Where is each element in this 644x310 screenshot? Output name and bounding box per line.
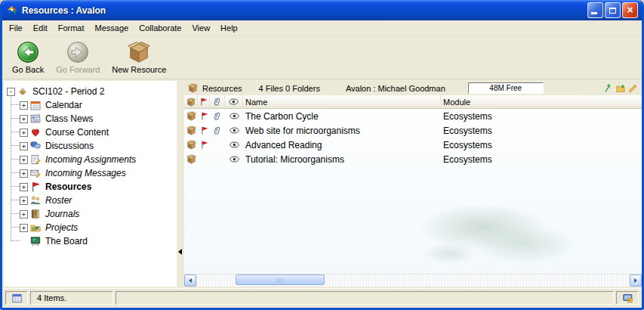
resources-icon <box>188 83 198 93</box>
table-row[interactable]: Web site for microorganismsEcosystems <box>184 123 642 138</box>
go-back-label: Go Back <box>12 65 44 74</box>
tree-expand-toggle[interactable]: + <box>20 224 28 232</box>
visibility-column-header[interactable] <box>225 95 243 108</box>
type-column-header[interactable] <box>184 95 198 108</box>
tree-collapse-toggle[interactable]: - <box>7 88 15 96</box>
tree-expand-toggle[interactable]: + <box>20 210 28 219</box>
menu-item-message[interactable]: Message <box>90 22 134 34</box>
row-flag-cell <box>198 123 210 138</box>
projects-icon <box>30 222 41 233</box>
tree-expand-toggle[interactable]: + <box>20 101 28 110</box>
tree-item-label: Incoming Messages <box>44 168 128 178</box>
tree-item-label: Resources <box>44 181 93 192</box>
row-name: Web site for microorganisms <box>243 123 441 138</box>
flag-icon <box>200 126 208 135</box>
scroll-left-button[interactable] <box>184 274 196 287</box>
app-window: Resources : Avalon × FileEditFormatMessa… <box>0 0 644 310</box>
tree-item-class-news[interactable]: +Class News <box>4 112 177 126</box>
tree-expand-toggle[interactable]: + <box>20 183 28 191</box>
menu-item-file[interactable]: File <box>4 22 28 34</box>
horizontal-scrollbar[interactable] <box>184 274 642 287</box>
title-bar[interactable]: Resources : Avalon × <box>2 0 642 20</box>
menu-bar: FileEditFormatMessageCollaborateViewHelp <box>2 20 642 36</box>
tree-item-label: Roster <box>44 195 73 206</box>
roster-icon <box>30 195 41 206</box>
panel-title: Resources <box>202 84 242 93</box>
attachment-column-header[interactable] <box>210 95 225 108</box>
eye-icon <box>230 113 239 119</box>
tree-root-item[interactable]: -SCI102 - Period 2 <box>4 85 177 98</box>
tree-expand-toggle[interactable]: + <box>20 156 28 164</box>
collapse-arrow-icon[interactable] <box>178 249 182 255</box>
row-visibility-cell <box>225 152 243 166</box>
file-folder-counts: 4 Files 0 Folders <box>259 84 320 93</box>
free-space-text: 48M Free <box>489 84 522 92</box>
close-button[interactable]: × <box>622 2 638 18</box>
new-folder-icon[interactable] <box>616 84 625 93</box>
row-name: Tutorial: Microorganisms <box>243 152 441 166</box>
minimize-button[interactable] <box>587 2 603 18</box>
tree-expand-toggle[interactable]: + <box>20 169 28 178</box>
messages-icon <box>30 168 41 178</box>
tree-root-label: SCI102 - Period 2 <box>31 86 106 97</box>
paperclip-icon <box>213 126 222 135</box>
course-tree: -SCI102 - Period 2+Calendar+Class News+C… <box>4 81 177 287</box>
journals-icon <box>30 209 41 219</box>
edit-pencil-icon[interactable] <box>628 84 637 93</box>
flag-column-icon <box>199 98 208 106</box>
header-action-icons <box>604 84 637 93</box>
tree-expand-toggle[interactable]: + <box>20 115 28 123</box>
tree-item-projects[interactable]: +Projects <box>4 221 177 234</box>
course-content-icon <box>30 127 41 138</box>
tree-expand-toggle[interactable]: + <box>20 197 28 205</box>
table-row[interactable]: Tutorial: MicroorganismsEcosystems <box>184 152 642 166</box>
row-name: Advanced Reading <box>243 138 441 152</box>
column-header-row: Name Module <box>184 95 642 109</box>
tree-item-label: Incoming Assignments <box>44 154 137 165</box>
board-icon <box>30 236 41 246</box>
tree-item-discussions[interactable]: +Discussions <box>4 139 177 153</box>
tree-item-the-board[interactable]: The Board <box>4 234 177 248</box>
tree-expand-toggle[interactable]: + <box>20 142 28 150</box>
package-icon <box>186 140 196 150</box>
view-mode-icon[interactable] <box>12 293 22 303</box>
tree-connector <box>11 227 20 228</box>
tree-item-incoming-assignments[interactable]: +Incoming Assignments <box>4 153 177 166</box>
go-forward-label: Go Forward <box>56 65 100 74</box>
menu-item-collaborate[interactable]: Collaborate <box>134 22 186 34</box>
tree-expand-toggle[interactable]: + <box>20 129 28 137</box>
module-column-header[interactable]: Module <box>441 95 642 108</box>
close-icon: × <box>627 5 633 15</box>
back-icon <box>17 41 39 64</box>
tree-item-calendar[interactable]: +Calendar <box>4 98 177 112</box>
tree-item-incoming-messages[interactable]: +Incoming Messages <box>4 166 177 180</box>
forward-icon <box>66 41 89 64</box>
main-area: -SCI102 - Period 2+Calendar+Class News+C… <box>2 79 642 288</box>
status-bar: 4 Items. <box>2 288 642 308</box>
tree-item-journals[interactable]: +Journals <box>4 207 177 221</box>
flag-column-header[interactable] <box>198 95 210 108</box>
maximize-button[interactable] <box>605 2 621 18</box>
package-icon <box>186 111 196 121</box>
table-row[interactable]: Advanced ReadingEcosystems <box>184 138 642 152</box>
network-status-icon[interactable] <box>623 293 633 303</box>
tree-item-roster[interactable]: +Roster <box>4 194 177 207</box>
resources-panel: Resources 4 Files 0 Folders Avalon : Mic… <box>184 81 642 287</box>
new-resource-button[interactable]: New Resource <box>106 39 171 76</box>
scroll-right-button[interactable] <box>630 274 642 287</box>
menu-item-format[interactable]: Format <box>53 22 90 34</box>
panel-splitter[interactable] <box>177 81 184 287</box>
connection-status-icon[interactable] <box>604 84 613 93</box>
table-row[interactable]: The Carbon CycleEcosystems <box>184 109 642 123</box>
menu-item-edit[interactable]: Edit <box>28 22 53 34</box>
tree-item-resources[interactable]: +Resources <box>4 180 177 194</box>
menu-item-view[interactable]: View <box>186 22 215 34</box>
name-column-header[interactable]: Name <box>243 95 441 108</box>
tree-item-course-content[interactable]: +Course Content <box>4 126 177 139</box>
scrollbar-thumb[interactable] <box>236 274 325 285</box>
go-back-button[interactable]: Go Back <box>7 39 49 76</box>
tree-connector <box>11 118 20 119</box>
menu-item-help[interactable]: Help <box>215 22 243 34</box>
scroll-right-icon <box>634 278 637 283</box>
scrollbar-track[interactable] <box>196 274 630 287</box>
